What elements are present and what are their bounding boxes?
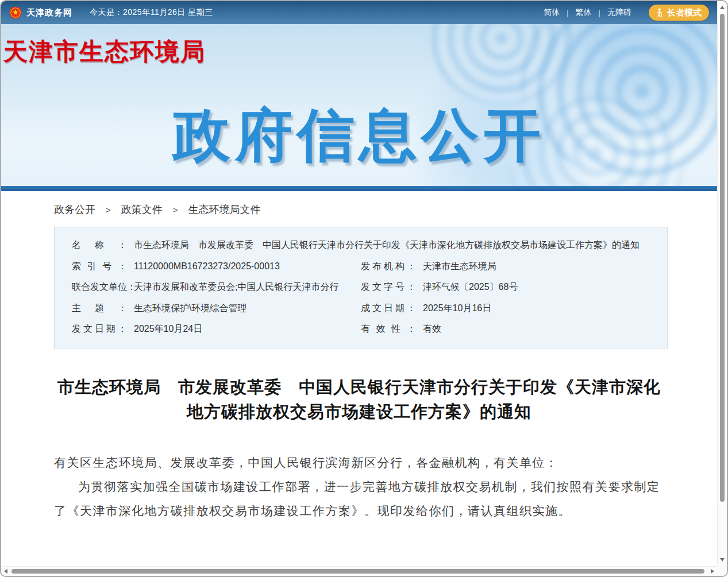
article-title: 市生态环境局 市发展改革委 中国人民银行天津市分行关于印发《天津市深化地方碳排放…: [52, 375, 667, 424]
top-bar-separator: |: [567, 9, 568, 17]
elder-mode-label: 长者模式: [667, 7, 702, 18]
article-paragraph-body: 为贯彻落实加强全国碳市场建设工作部署，进一步完善地方碳排放权交易机制，我们按照有…: [54, 475, 664, 523]
top-bar-left: 天津政务网 今天是：2025年11月26日 星期三: [9, 6, 213, 19]
table-row: 联合发文单位： 天津市发展和改革委员会;中国人民银行天津市分行 发文字号： 津环…: [55, 277, 667, 298]
table-row: 名称： 市生态环境局 市发展改革委 中国人民银行天津市分行关于印发《天津市深化地…: [55, 235, 667, 256]
breadcrumb-separator-icon: >: [173, 205, 178, 215]
accessibility-link[interactable]: 无障碍: [600, 7, 638, 18]
blue-divider-bar: [1, 186, 717, 191]
document-content: 政务公开 > 政策文件 > 生态环境局文件 名称： 市生态环境局 市发展改革委 …: [1, 191, 717, 523]
field-value-topic: 生态环境保护\环境综合管理: [134, 298, 246, 319]
today-date-label: 今天是：2025年11月26日 星期三: [90, 7, 213, 18]
banner-title: 政府信息公开: [1, 98, 717, 175]
breadcrumb-item-open-gov[interactable]: 政务公开: [54, 204, 95, 215]
page-viewport: 天津政务网 今天是：2025年11月26日 星期三 简体 | 繁体 | 无障碍 …: [1, 1, 717, 566]
field-label-issuing-agency: 发布机构：: [361, 256, 416, 277]
national-emblem-icon: [9, 6, 22, 19]
table-row: 索引号： 11120000MB16723273/2025-00013 发布机构：…: [55, 256, 667, 277]
scroll-down-icon[interactable]: [720, 558, 725, 561]
field-label-signed-date: 成文日期：: [361, 298, 416, 319]
table-row: 主题： 生态环境保护\环境综合管理 成文日期： 2025年10月16日: [55, 298, 667, 319]
field-label-publish-date: 发文日期：: [72, 319, 127, 340]
document-metadata-table: 名称： 市生态环境局 市发展改革委 中国人民银行天津市分行关于印发《天津市深化地…: [54, 227, 668, 348]
top-bar-separator: |: [599, 9, 600, 17]
bureau-logo-text: 天津市生态环境局: [3, 36, 206, 68]
banner: 天津市生态环境局 政府信息公开: [1, 24, 717, 186]
table-row: 发文日期： 2025年10月24日 有效性： 有效: [55, 319, 667, 340]
field-label-document-number: 发文字号：: [361, 277, 416, 298]
field-value-name: 市生态环境局 市发展改革委 中国人民银行天津市分行关于印发《天津市深化地方碳排放…: [134, 235, 640, 256]
vertical-scrollbar[interactable]: [717, 1, 727, 566]
browser-window: 天津政务网 今天是：2025年11月26日 星期三 简体 | 繁体 | 无障碍 …: [0, 0, 728, 577]
simplified-chinese-link[interactable]: 简体: [537, 7, 567, 18]
site-name-link[interactable]: 天津政务网: [26, 7, 72, 18]
field-value-validity: 有效: [423, 319, 441, 340]
field-label-topic: 主题：: [72, 298, 127, 319]
field-value-issuing-agency: 天津市生态环境局: [423, 256, 496, 277]
field-label-joint-issuers: 联合发文单位：: [72, 277, 127, 298]
breadcrumb: 政务公开 > 政策文件 > 生态环境局文件: [1, 191, 717, 216]
field-value-publish-date: 2025年10月24日: [134, 319, 202, 340]
government-top-bar: 天津政务网 今天是：2025年11月26日 星期三 简体 | 繁体 | 无障碍 …: [1, 1, 717, 24]
field-value-signed-date: 2025年10月16日: [423, 298, 491, 319]
field-value-document-number: 津环气候〔2025〕68号: [423, 277, 518, 298]
field-label-name: 名称：: [72, 235, 127, 256]
scroll-left-icon[interactable]: [4, 569, 7, 574]
breadcrumb-item-policy-docs[interactable]: 政策文件: [121, 204, 163, 215]
scroll-right-icon[interactable]: [711, 569, 714, 574]
field-value-index-number: 11120000MB16723273/2025-00013: [134, 256, 280, 277]
vertical-scrollbar-thumb[interactable]: [720, 14, 725, 502]
traditional-chinese-link[interactable]: 繁体: [569, 7, 599, 18]
field-label-validity: 有效性：: [361, 319, 416, 340]
elder-mode-button[interactable]: 长者模式: [649, 5, 709, 21]
field-value-joint-issuers: 天津市发展和改革委员会;中国人民银行天津市分行: [134, 277, 338, 298]
breadcrumb-separator-icon: >: [106, 205, 111, 215]
field-label-index-number: 索引号：: [72, 256, 127, 277]
horizontal-scrollbar-thumb[interactable]: [11, 569, 704, 574]
horizontal-scrollbar[interactable]: [1, 566, 717, 576]
scroll-up-icon[interactable]: [720, 6, 725, 9]
article-paragraph-salutation: 有关区生态环境局、发展改革委，中国人民银行滨海新区分行，各金融机构，有关单位：: [54, 451, 664, 475]
article-body: 有关区生态环境局、发展改革委，中国人民银行滨海新区分行，各金融机构，有关单位： …: [54, 451, 664, 523]
scrollbar-corner: [717, 566, 727, 576]
breadcrumb-item-bureau-docs[interactable]: 生态环境局文件: [188, 204, 261, 215]
elder-person-icon: [656, 8, 664, 18]
top-bar-right: 简体 | 繁体 | 无障碍 长者模式: [537, 5, 709, 21]
